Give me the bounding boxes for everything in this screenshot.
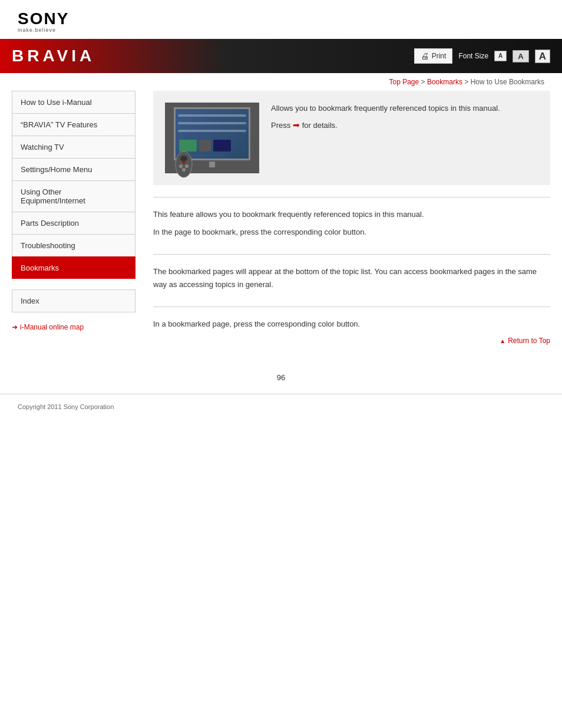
svg-point-3 [185, 164, 189, 168]
print-icon: 🖨 [421, 51, 429, 61]
banner-controls: 🖨 Print Font Size A A A [414, 48, 550, 64]
arrow-icon: ➜ [12, 323, 18, 331]
return-top-link[interactable]: ▲ Return to Top [153, 337, 550, 345]
breadcrumb-current: How to Use Bookmarks [471, 78, 544, 86]
font-medium-button[interactable]: A [513, 50, 528, 62]
sidebar-item-parts[interactable]: Parts Description [12, 212, 135, 234]
sony-tagline: make.believe [18, 27, 56, 33]
font-large-button[interactable]: A [535, 50, 550, 63]
info-text: Allows you to bookmark frequently refere… [271, 103, 500, 136]
font-size-label: Font Size [458, 52, 488, 60]
content: Allows you to bookmark frequently refere… [153, 91, 550, 367]
sidebar-item-index[interactable]: Index [12, 289, 135, 312]
main-layout: How to Use i-Manual “BRAVIA” TV Features… [0, 91, 562, 367]
tv-line-3 [178, 130, 246, 132]
section-2-para1: The bookmarked pages will appear at the … [153, 265, 550, 291]
section-3-text: In a bookmarked page, press the correspo… [153, 318, 550, 331]
online-map-label: i-Manual online map [20, 323, 84, 331]
page-number: 96 [0, 373, 562, 382]
svg-point-5 [183, 162, 185, 164]
tv-stand [209, 162, 215, 167]
sidebar-item-watching-tv[interactable]: Watching TV [12, 136, 135, 158]
footer: Copyright 2011 Sony Corporation [0, 394, 562, 419]
triangle-up-icon: ▲ [500, 338, 505, 344]
copyright-text: Copyright 2011 Sony Corporation [18, 403, 114, 410]
arrow-right-icon: ➡ [293, 120, 302, 130]
sidebar-item-settings[interactable]: Settings/Home Menu [12, 158, 135, 180]
section-3: In a bookmarked page, press the correspo… [153, 307, 550, 355]
sidebar-online-map-link[interactable]: ➜ i-Manual online map [12, 323, 135, 331]
sidebar-item-bookmarks[interactable]: Bookmarks [12, 256, 135, 279]
section-1: This feature allows you to bookmark freq… [153, 197, 550, 254]
breadcrumb-top-link[interactable]: Top Page [389, 78, 419, 86]
remote-icon [174, 150, 194, 179]
section-2-text: The bookmarked pages will appear at the … [153, 265, 550, 291]
sony-logo-text: SONY [18, 11, 69, 27]
sidebar-item-using-other[interactable]: Using Other Equipment/Internet [12, 180, 135, 212]
section-1-text: This feature allows you to bookmark freq… [153, 208, 550, 239]
info-box-image [165, 103, 259, 173]
tv-line-2 [178, 122, 246, 124]
breadcrumb: Top Page > Bookmarks > How to Use Bookma… [0, 73, 562, 91]
breadcrumb-bookmarks-link[interactable]: Bookmarks [427, 78, 462, 86]
tv-line-1 [178, 114, 246, 117]
header: SONY make.believe [0, 0, 562, 39]
section-1-para2: In the page to bookmark, press the corre… [153, 226, 550, 239]
svg-point-4 [182, 168, 186, 172]
print-button[interactable]: 🖨 Print [414, 48, 453, 64]
section-1-para1: This feature allows you to bookmark freq… [153, 208, 550, 221]
sidebar-item-bravia-features[interactable]: “BRAVIA” TV Features [12, 113, 135, 136]
info-text-line2: Press ➡ for details. [271, 118, 500, 132]
info-box: Allows you to bookmark frequently refere… [153, 91, 550, 185]
sony-logo: SONY make.believe [18, 11, 544, 33]
section-2: The bookmarked pages will appear at the … [153, 254, 550, 307]
return-top-label: Return to Top [508, 337, 550, 345]
svg-point-0 [176, 151, 192, 177]
svg-point-1 [180, 156, 187, 162]
sidebar-item-troubleshooting[interactable]: Troubleshooting [12, 234, 135, 256]
breadcrumb-separator1: > [421, 78, 427, 86]
svg-point-2 [179, 164, 183, 168]
sidebar-item-how-to-use[interactable]: How to Use i-Manual [12, 91, 135, 113]
banner: BRAVIA 🖨 Print Font Size A A A [0, 39, 562, 73]
sidebar-gap [12, 279, 135, 289]
section-3-para1: In a bookmarked page, press the correspo… [153, 318, 550, 331]
info-text-line1: Allows you to bookmark frequently refere… [271, 103, 500, 115]
font-small-button[interactable]: A [494, 51, 507, 61]
sidebar: How to Use i-Manual “BRAVIA” TV Features… [12, 91, 135, 367]
breadcrumb-separator2: > [464, 78, 470, 86]
print-label: Print [432, 52, 447, 60]
banner-title: BRAVIA [12, 47, 95, 65]
return-to-top[interactable]: ▲ Return to Top [153, 337, 550, 345]
